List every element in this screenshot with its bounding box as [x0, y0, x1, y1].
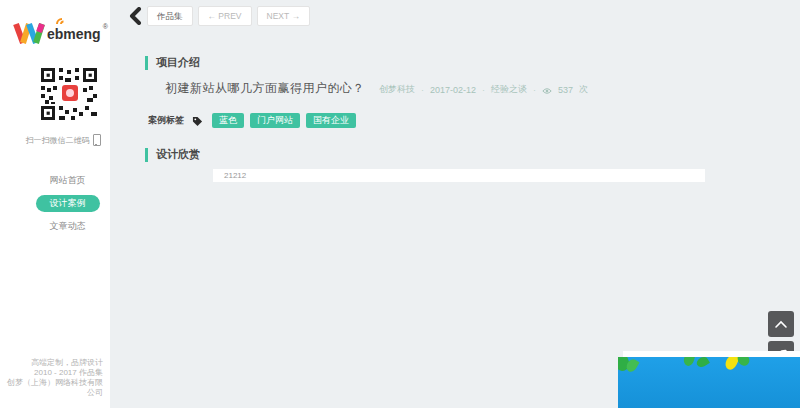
tag-blue[interactable]: 蓝色 — [212, 113, 244, 128]
leaf-icon — [695, 357, 710, 369]
brand-logo[interactable]: ebmeng ® — [12, 16, 108, 48]
footer-line-slogan: 高端定制，品牌设计 — [0, 358, 103, 368]
registered-mark: ® — [103, 23, 108, 30]
footer-line-company: 创梦（上海）网络科技有限公司 — [0, 378, 103, 398]
section-accent-bar — [145, 56, 148, 70]
sidebar-item-articles[interactable]: 文章动态 — [25, 216, 110, 237]
wechat-qr-code — [41, 68, 97, 120]
tag-icon — [192, 116, 203, 127]
section-project-intro: 项目介绍 — [145, 55, 200, 70]
meta-date: 2017-02-12 — [430, 85, 476, 95]
brand-name: ebmeng — [47, 26, 101, 42]
sidebar-footer: 高端定制，品牌设计 2010 - 2017 作品集 创梦（上海）网络科技有限公司 — [0, 358, 103, 398]
scroll-top-button[interactable] — [768, 311, 794, 337]
main-area: 作品集 ← PREV NEXT → 项目介绍 初建新站从哪几方面赢得用户的心？ … — [110, 0, 800, 408]
section-design-gallery: 设计欣赏 — [145, 147, 200, 162]
portfolio-button[interactable]: 作品集 — [147, 6, 193, 26]
sidebar-item-design-cases[interactable]: 设计案例 — [36, 195, 100, 212]
meta-separator: · — [533, 85, 536, 95]
meta-views: 537 — [558, 85, 573, 95]
sidebar-item-home[interactable]: 网站首页 — [25, 170, 110, 191]
footer-line-years: 2010 - 2017 作品集 — [0, 368, 103, 378]
next-button[interactable]: NEXT → — [257, 6, 310, 26]
tags-label: 案例标签 — [148, 114, 184, 127]
leaf-icon — [735, 357, 751, 368]
article-header: 初建新站从哪几方面赢得用户的心？ 创梦科技 · 2017-02-12 · 经验之… — [165, 80, 588, 97]
meta-separator: · — [421, 85, 424, 95]
sidebar: ebmeng ® — [0, 0, 110, 408]
article-title: 初建新站从哪几方面赢得用户的心？ — [165, 80, 365, 97]
design-preview-image[interactable] — [618, 351, 800, 408]
article-meta: 创梦科技 · 2017-02-12 · 经验之谈 · 537 次 — [379, 83, 588, 96]
qr-caption: 扫一扫微信二维码 — [18, 134, 108, 146]
meta-views-unit: 次 — [579, 83, 588, 96]
meta-category: 经验之谈 — [491, 83, 527, 96]
section-accent-bar — [145, 148, 148, 162]
section-title: 项目介绍 — [156, 55, 200, 70]
topbar: 作品集 ← PREV NEXT → — [147, 6, 310, 26]
design-content: 21212 — [213, 169, 705, 182]
tag-state-enterprise[interactable]: 国有企业 — [306, 113, 356, 128]
sidebar-nav: 网站首页 设计案例 文章动态 — [25, 170, 110, 237]
meta-separator: · — [482, 85, 485, 95]
back-chevron-icon[interactable] — [128, 7, 142, 25]
signal-arcs-icon — [54, 15, 68, 25]
meta-author: 创梦科技 — [379, 83, 415, 96]
chevron-up-icon — [774, 320, 788, 329]
page: ebmeng ® — [0, 0, 800, 408]
prev-button[interactable]: ← PREV — [198, 6, 252, 26]
tags-row: 案例标签 蓝色 门户网站 国有企业 — [148, 113, 356, 128]
logo-w-icon — [12, 18, 50, 46]
preview-sky — [618, 357, 800, 408]
qr-caption-text: 扫一扫微信二维码 — [26, 135, 90, 146]
smartphone-icon — [93, 134, 101, 146]
eye-icon — [542, 87, 552, 95]
tag-portal-site[interactable]: 门户网站 — [250, 113, 300, 128]
leaf-icon — [682, 357, 695, 367]
section-title: 设计欣赏 — [156, 147, 200, 162]
